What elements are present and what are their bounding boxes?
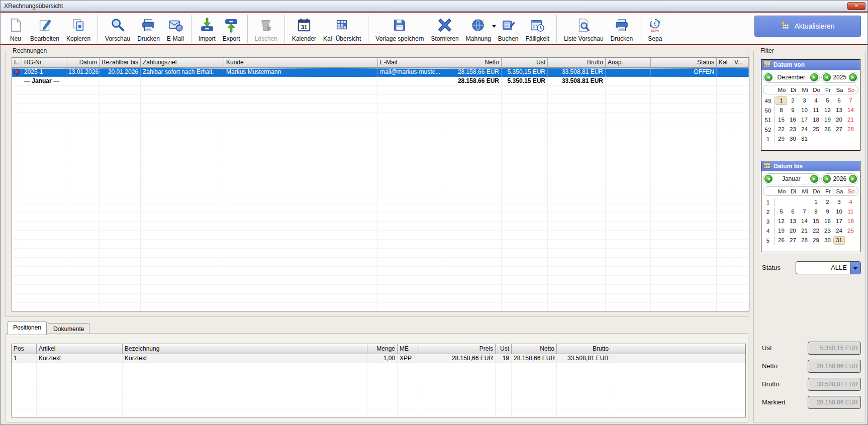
- column-header-v[interactable]: V...: [732, 58, 749, 68]
- day-cell-7[interactable]: 7: [799, 207, 810, 216]
- day-cell-26[interactable]: 26: [776, 236, 787, 245]
- day-cell-16[interactable]: 16: [787, 116, 799, 124]
- day-cell-3[interactable]: 3: [799, 96, 810, 105]
- day-cell-29[interactable]: 29: [776, 135, 787, 143]
- column-header-rg-nr[interactable]: RG-Nr: [22, 58, 66, 68]
- day-cell-19[interactable]: 19: [776, 227, 787, 235]
- day-cell-15[interactable]: 15: [776, 116, 787, 124]
- day-cell-29[interactable]: 29: [810, 236, 822, 245]
- day-cell-20[interactable]: 20: [833, 116, 845, 124]
- day-cell-23[interactable]: 23: [822, 227, 833, 235]
- day-cell-14[interactable]: 14: [799, 217, 810, 226]
- tab-positionen[interactable]: Positionen: [8, 322, 47, 335]
- day-cell-22[interactable]: 22: [810, 227, 822, 235]
- day-cell-11[interactable]: 11: [810, 106, 822, 115]
- day-cell-6[interactable]: 6: [787, 207, 799, 216]
- aktualisieren-button[interactable]: Aktualisieren: [754, 16, 861, 37]
- invoice-row-selected[interactable]: 2025-113.01.202620.01.2026Zahlbar sofort…: [12, 68, 749, 77]
- day-cell-12[interactable]: 12: [822, 106, 833, 115]
- day-cell-9[interactable]: 9: [822, 207, 833, 216]
- position-row[interactable]: 1KurztextKurztext1,00XPP28.158,66 EUR192…: [12, 354, 745, 363]
- column-header-ust[interactable]: Ust: [502, 58, 548, 68]
- day-cell-3[interactable]: 3: [833, 198, 845, 206]
- day-cell-14[interactable]: 14: [845, 106, 856, 115]
- toolbar-button-liste-vorschau[interactable]: Liste Vorschau: [560, 13, 607, 44]
- column-header-pos[interactable]: Pos: [12, 344, 37, 354]
- day-cell-24[interactable]: 24: [833, 227, 845, 235]
- day-cell-13[interactable]: 13: [833, 106, 845, 115]
- day-cell-21[interactable]: 21: [845, 116, 856, 124]
- day-cell-15[interactable]: 15: [810, 217, 822, 226]
- next-month-button[interactable]: [810, 175, 818, 183]
- day-cell-28[interactable]: 28: [799, 236, 810, 245]
- toolbar-button-drucken[interactable]: Drucken: [134, 13, 163, 44]
- column-header-zahlungsziel[interactable]: Zahlungsziel: [141, 58, 224, 68]
- column-header-me[interactable]: ME: [398, 344, 419, 354]
- dropdown-arrow-icon[interactable]: [850, 262, 860, 274]
- day-cell-18[interactable]: 18: [810, 116, 822, 124]
- column-header-ust[interactable]: Ust: [496, 344, 512, 354]
- day-cell-17[interactable]: 17: [833, 217, 845, 226]
- column-header-netto[interactable]: Netto: [442, 58, 502, 68]
- day-cell-27[interactable]: 27: [787, 236, 799, 245]
- next-month-button[interactable]: [810, 73, 818, 81]
- column-header-ansp[interactable]: Ansp.: [606, 58, 651, 68]
- column-header-brutto[interactable]: Brutto: [557, 344, 611, 354]
- toolbar-button-kal-uebersicht[interactable]: Kal- Übersicht: [320, 13, 364, 44]
- column-header-brutto[interactable]: Brutto: [548, 58, 606, 68]
- toolbar-button-import[interactable]: Import: [195, 13, 219, 44]
- day-cell-19[interactable]: 19: [822, 116, 833, 124]
- day-cell-11[interactable]: 11: [845, 207, 856, 216]
- day-cell-8[interactable]: 8: [810, 207, 822, 216]
- column-header-kunde[interactable]: Kunde: [224, 58, 378, 68]
- day-cell-2[interactable]: 2: [822, 198, 833, 206]
- day-cell-7[interactable]: 7: [845, 96, 856, 105]
- day-cell-1[interactable]: 1: [810, 198, 822, 206]
- day-cell-17[interactable]: 17: [799, 116, 810, 124]
- toolbar-button-kalender[interactable]: 31Kalender: [288, 13, 320, 44]
- column-header-netto[interactable]: Netto: [512, 344, 557, 354]
- day-cell-31[interactable]: 31: [833, 236, 845, 245]
- day-cell-21[interactable]: 21: [799, 227, 810, 235]
- day-cell-5[interactable]: 5: [822, 96, 833, 105]
- toolbar-button-sepa[interactable]: €SEPASepa: [644, 13, 666, 44]
- toolbar-button-vorschau[interactable]: Vorschau: [102, 13, 134, 44]
- column-header-blank[interactable]: [611, 344, 745, 354]
- column-header-artikel[interactable]: Artikel: [37, 344, 123, 354]
- next-year-button[interactable]: [849, 73, 857, 81]
- prev-month-button[interactable]: [764, 73, 773, 81]
- day-cell-25[interactable]: 25: [845, 227, 856, 235]
- column-header-menge[interactable]: Menge: [367, 344, 398, 354]
- column-header-bezeichnung[interactable]: Bezeichnung: [123, 344, 367, 354]
- column-header-status[interactable]: Status: [651, 58, 717, 68]
- day-cell-31[interactable]: 31: [799, 135, 810, 143]
- day-cell-4[interactable]: 4: [810, 96, 822, 105]
- day-cell-23[interactable]: 23: [787, 125, 799, 134]
- toolbar-button-drucken[interactable]: Drucken: [607, 13, 637, 44]
- day-cell-28[interactable]: 28: [845, 125, 856, 134]
- day-cell-4[interactable]: 4: [845, 198, 856, 206]
- day-cell-2[interactable]: 2: [787, 96, 799, 105]
- close-button[interactable]: [847, 2, 865, 10]
- toolbar-button-vorlage-speichern[interactable]: Vorlage speichern: [372, 13, 427, 44]
- day-cell-1[interactable]: 1: [776, 96, 787, 105]
- next-year-button[interactable]: [849, 175, 857, 183]
- day-cell-6[interactable]: 6: [833, 96, 845, 105]
- day-cell-18[interactable]: 18: [845, 217, 856, 226]
- toolbar-button-buchen[interactable]: Buchen: [495, 13, 522, 44]
- day-cell-16[interactable]: 16: [822, 217, 833, 226]
- status-filter-dropdown[interactable]: ALLE: [796, 261, 861, 274]
- toolbar-button-export[interactable]: Export: [219, 13, 244, 44]
- day-cell-30[interactable]: 30: [822, 236, 833, 245]
- toolbar-button-stornieren[interactable]: Stornieren: [427, 13, 462, 44]
- toolbar-button-faelligkeit[interactable]: Fälligkeit: [522, 13, 553, 44]
- prev-month-button[interactable]: [764, 175, 773, 183]
- day-cell-20[interactable]: 20: [787, 227, 799, 235]
- day-cell-9[interactable]: 9: [787, 106, 799, 115]
- day-cell-5[interactable]: 5: [776, 207, 787, 216]
- day-cell-22[interactable]: 22: [776, 125, 787, 134]
- prev-year-button[interactable]: [823, 73, 831, 81]
- toolbar-button-bearbeiten[interactable]: Bearbeiten: [27, 13, 63, 44]
- toolbar-button-neu[interactable]: Neu: [5, 13, 27, 44]
- column-header-datum[interactable]: Datum: [66, 58, 100, 68]
